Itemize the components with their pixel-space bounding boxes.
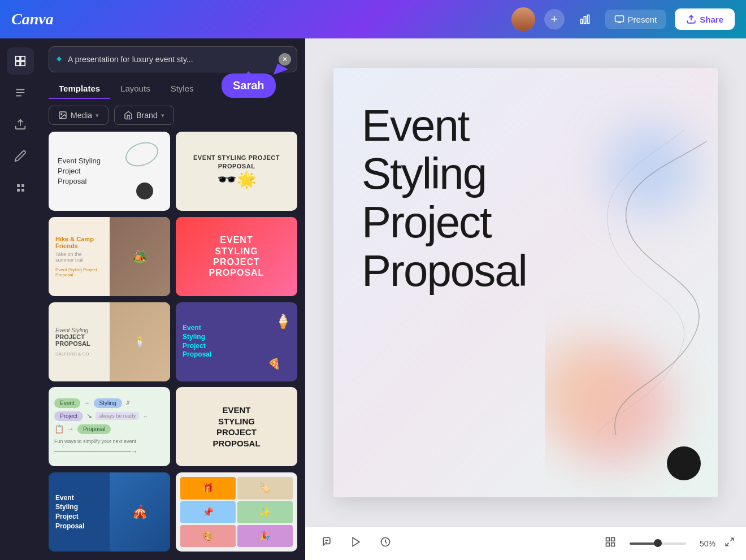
slide-title: Event Styling Project Proposal: [362, 102, 575, 296]
card-3-right: 🏕️: [110, 217, 171, 296]
grid-view-button[interactable]: [600, 533, 621, 554]
zoom-controls: [630, 542, 686, 545]
template-card-9[interactable]: EventStylingProjectProposal 🎪: [49, 472, 170, 552]
card-5-brand: SALFORD & CO: [55, 351, 103, 357]
filter-media-label: Media: [71, 111, 92, 120]
tile-5: 🎨: [180, 525, 236, 547]
left-sidebar: [0, 38, 41, 560]
svg-line-19: [726, 543, 728, 546]
card-3-sub: Take on thesummer trail: [55, 251, 103, 263]
ai-search-icon: ✦: [55, 53, 63, 66]
sidebar-icon-draw[interactable]: [7, 142, 34, 170]
card-6-text: EventStylingProjectProposal: [183, 324, 290, 359]
user-avatar[interactable]: [511, 7, 535, 31]
chart-icon: [579, 14, 591, 25]
search-area: ✦ ✕ Sarah: [41, 38, 305, 72]
panel: ✦ ✕ Sarah Templates Layouts Styles Media…: [41, 38, 305, 560]
svg-rect-0: [580, 19, 582, 24]
zoom-label: 50%: [695, 539, 715, 548]
svg-rect-14: [606, 538, 610, 541]
swirl-container: [545, 68, 718, 497]
svg-rect-17: [611, 543, 615, 546]
canvas-content: Event Styling Project Proposal: [305, 38, 746, 526]
share-icon: [686, 14, 696, 24]
tag-row-4: ────────────────→: [54, 448, 164, 455]
card-8-text: EVENTSTYLINGPROJECTPROPOSAL: [212, 405, 260, 449]
canva-logo[interactable]: Canva: [11, 10, 54, 28]
card-4-text: EVENTSTYLINGPROJECTPROPOSAL: [209, 235, 264, 278]
dark-circle: [667, 446, 701, 480]
card-5-left: Event Styling PROJECTPROPOSAL SALFORD & …: [49, 302, 110, 381]
tile-6: 🎉: [237, 525, 293, 547]
user-tooltip: Sarah: [222, 73, 276, 98]
svg-point-9: [61, 114, 62, 115]
template-card-1[interactable]: Event StylingProjectProposal: [49, 132, 170, 211]
add-collaborator-button[interactable]: +: [544, 9, 565, 29]
svg-line-18: [731, 538, 734, 541]
tag-note: Fun ways to simplify your next event: [54, 439, 164, 444]
card-9-right: 🎪: [110, 472, 171, 552]
tab-templates[interactable]: Templates: [49, 79, 110, 99]
tile-4: ✨: [237, 501, 293, 523]
svg-rect-5: [21, 57, 25, 60]
card-5-right: 🕯️: [110, 302, 171, 381]
analytics-button[interactable]: [574, 9, 596, 29]
sidebar-icon-upload[interactable]: [7, 111, 34, 138]
tile-2: 🏷️: [237, 477, 293, 499]
tab-styles[interactable]: Styles: [161, 79, 204, 99]
template-card-3[interactable]: Hike & CampFriends Take on thesummer tra…: [49, 217, 170, 296]
card-9-title-text: EventStylingProjectProposal: [55, 493, 103, 531]
present-icon: [614, 14, 624, 24]
card-5-title-text: Event Styling: [55, 327, 103, 333]
tag-row-2: Project ↘ always be ready ↔: [54, 411, 164, 421]
header: Canva + Present Share: [0, 0, 746, 38]
tile-1: 🎁: [180, 477, 236, 499]
tile-3: 📌: [180, 501, 236, 523]
filter-brand-label: Brand: [136, 111, 157, 120]
template-card-10[interactable]: 🎁 🏷️ 📌 ✨ 🎨 🎉: [176, 472, 297, 552]
filter-row: Media ▾ Brand ▾: [41, 99, 305, 132]
template-card-6[interactable]: EventStylingProjectProposal 🍦 🍕: [176, 302, 297, 381]
share-button[interactable]: Share: [675, 8, 735, 30]
sidebar-icon-panels[interactable]: [7, 47, 34, 75]
svg-rect-1: [584, 16, 585, 24]
media-icon: [58, 111, 67, 120]
search-input[interactable]: [68, 55, 279, 64]
card-5-subtitle: PROJECTPROPOSAL: [55, 333, 103, 347]
header-right: + Present Share: [511, 7, 735, 31]
brand-icon: [124, 111, 133, 120]
template-card-7[interactable]: Event → Styling ✗ Project ↘ always be re…: [49, 387, 170, 466]
template-card-4[interactable]: EVENTSTYLINGPROJECTPROPOSAL: [176, 217, 297, 296]
sidebar-icon-apps[interactable]: [7, 174, 34, 201]
svg-rect-7: [21, 62, 25, 66]
bottom-toolbar: 50%: [305, 526, 746, 560]
fullscreen-button[interactable]: [725, 537, 735, 550]
template-card-8[interactable]: EVENTSTYLINGPROJECTPROPOSAL: [176, 387, 297, 466]
slide-frame[interactable]: Event Styling Project Proposal: [333, 68, 718, 497]
filter-brand-button[interactable]: Brand ▾: [114, 106, 174, 125]
filter-media-button[interactable]: Media ▾: [49, 106, 109, 125]
tag-row-3: 📋 → Proposal: [54, 424, 164, 434]
svg-marker-12: [353, 538, 359, 546]
search-box: ✦ ✕: [49, 46, 297, 72]
card-9-left: EventStylingProjectProposal: [49, 472, 110, 552]
main-canvas: Event Styling Project Proposal 50%: [305, 38, 746, 560]
card-2-emoji: 🕶️🌟: [217, 170, 257, 189]
template-card-2[interactable]: EVENT STYLING PROJECTPROPOSAL 🕶️🌟: [176, 132, 297, 211]
card-3-proj: Event Styling ProjectProposal: [55, 267, 103, 277]
timer-button[interactable]: [375, 533, 396, 554]
template-card-5[interactable]: Event Styling PROJECTPROPOSAL SALFORD & …: [49, 302, 170, 381]
play-button[interactable]: [346, 533, 366, 554]
svg-rect-3: [615, 16, 623, 22]
template-grid: Event StylingProjectProposal EVENT STYLI…: [41, 132, 305, 560]
tab-layouts[interactable]: Layouts: [110, 79, 161, 99]
card-2-text: EVENT STYLING PROJECTPROPOSAL: [193, 154, 280, 170]
zoom-slider-track[interactable]: [630, 542, 686, 545]
svg-rect-4: [16, 57, 20, 60]
notes-button[interactable]: [316, 533, 337, 554]
present-button[interactable]: Present: [605, 10, 666, 29]
svg-rect-16: [606, 543, 610, 546]
zoom-slider-thumb[interactable]: [654, 539, 662, 547]
card-3-left: Hike & CampFriends Take on thesummer tra…: [49, 217, 110, 296]
sidebar-icon-text[interactable]: [7, 79, 34, 106]
